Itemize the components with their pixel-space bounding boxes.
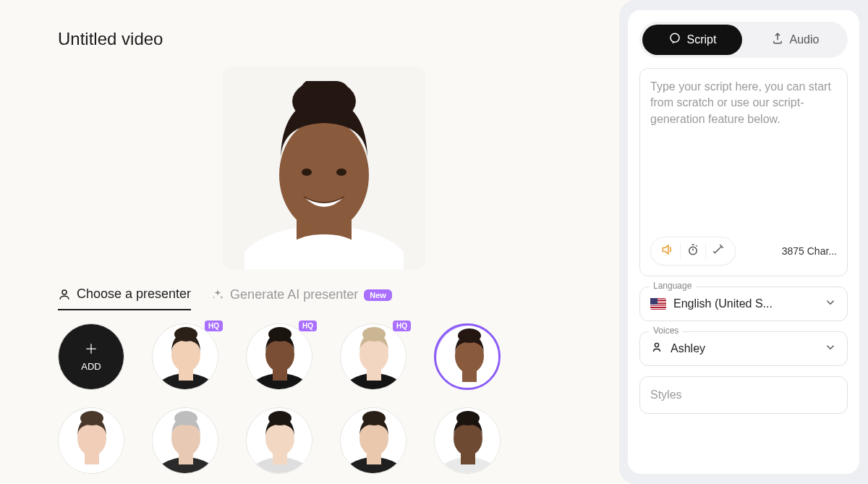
presenter-cell (152, 407, 218, 474)
tab-generate-label: Generate AI presenter (230, 287, 358, 302)
svg-point-8 (336, 169, 346, 176)
pace-button[interactable] (681, 240, 705, 262)
presenter-option[interactable] (434, 407, 501, 474)
hq-badge: HQ (299, 320, 317, 331)
script-box: 3875 Char... (639, 68, 848, 276)
page-title: Untitled video (58, 29, 590, 49)
language-label: Language (649, 281, 696, 291)
presenter-avatar-icon (435, 408, 500, 473)
presenter-avatar-icon (153, 324, 218, 389)
voices-select[interactable]: Voices Ashley (639, 331, 848, 366)
presenter-cell (246, 407, 312, 474)
presenter-preview-avatar (244, 81, 404, 269)
presenter-grid: ADD HQ HQ (58, 323, 590, 474)
presenter-option[interactable] (246, 323, 312, 390)
plus-icon (84, 341, 98, 358)
svg-point-33 (458, 328, 481, 343)
svg-point-27 (362, 327, 386, 341)
svg-point-9 (62, 290, 67, 294)
tab-choose-label: Choose a presenter (77, 286, 191, 302)
presenter-avatar-icon (247, 324, 312, 389)
wand-icon (712, 243, 725, 259)
presenter-cell (434, 407, 501, 474)
chat-icon (668, 32, 681, 48)
script-audio-tabs: Script Audio (639, 22, 848, 58)
sparkles-icon (211, 289, 224, 302)
voice-person-icon (650, 341, 663, 357)
presenter-add-cell: ADD (58, 323, 124, 390)
styles-select[interactable]: Styles (639, 376, 848, 414)
tab-choose-presenter[interactable]: Choose a presenter (58, 286, 191, 310)
svg-point-21 (268, 327, 292, 341)
svg-point-6 (323, 81, 349, 101)
presenter-option[interactable] (340, 323, 407, 390)
add-label: ADD (81, 361, 101, 372)
language-value: English (United S... (673, 297, 817, 310)
tab-audio[interactable]: Audio (745, 25, 845, 55)
tab-script[interactable]: Script (642, 25, 742, 55)
hq-badge: HQ (205, 320, 223, 331)
styles-placeholder: Styles (650, 389, 682, 401)
presenter-cell (340, 407, 407, 474)
svg-point-66 (655, 343, 658, 347)
preview-area (58, 67, 590, 269)
presenter-option[interactable] (152, 407, 218, 474)
presenter-avatar-icon (436, 326, 498, 388)
right-panel-wrap: Script Audio (619, 0, 868, 484)
upload-icon (771, 32, 784, 48)
script-toolbar: 3875 Char... (650, 237, 837, 266)
presenter-avatar-icon (341, 324, 406, 389)
voices-value: Ashley (671, 342, 817, 355)
svg-point-57 (362, 411, 386, 425)
listen-button[interactable] (655, 240, 680, 262)
svg-point-51 (268, 411, 292, 425)
char-count: 3875 Char... (782, 245, 837, 257)
us-flag-icon (650, 298, 666, 310)
script-tool-group (650, 237, 736, 266)
tab-audio-label: Audio (790, 33, 820, 46)
tab-script-label: Script (687, 33, 717, 46)
voices-label: Voices (649, 326, 683, 336)
hq-badge: HQ (393, 320, 411, 331)
presenter-cell: HQ (152, 323, 218, 390)
svg-point-15 (174, 327, 197, 341)
presenter-cell: HQ (246, 323, 312, 390)
presenter-option[interactable] (340, 407, 407, 474)
presenter-cell (58, 407, 124, 474)
new-badge: New (364, 289, 392, 301)
person-icon (58, 288, 71, 301)
presenter-tabs: Choose a presenter Generate AI presenter… (58, 286, 590, 310)
presenter-option[interactable] (434, 323, 501, 390)
svg-point-7 (302, 169, 312, 176)
right-panel: Script Audio (628, 10, 859, 474)
add-presenter-button[interactable]: ADD (58, 323, 124, 390)
speaker-icon (660, 242, 675, 260)
presenter-cell (434, 323, 501, 390)
chevron-down-icon (824, 296, 837, 312)
tab-generate-ai-presenter[interactable]: Generate AI presenter New (211, 287, 392, 310)
presenter-preview[interactable] (223, 67, 425, 269)
presenter-avatar-icon (153, 408, 218, 473)
svg-point-45 (174, 411, 197, 425)
stopwatch-icon (686, 243, 699, 259)
presenter-avatar-icon (247, 408, 312, 473)
presenter-option[interactable] (246, 407, 312, 474)
script-input[interactable] (650, 79, 837, 231)
editor-left-panel: Untitled video (0, 0, 619, 484)
svg-point-63 (456, 411, 480, 425)
magic-button[interactable] (706, 240, 731, 262)
language-select[interactable]: Language English (United S... (639, 286, 848, 321)
presenter-avatar-icon (59, 408, 124, 473)
presenter-option[interactable] (58, 407, 124, 474)
presenter-avatar-icon (341, 408, 406, 473)
svg-point-3 (279, 119, 369, 232)
presenter-cell: HQ (340, 323, 407, 390)
presenter-option[interactable] (152, 323, 218, 390)
chevron-down-icon (824, 341, 837, 357)
svg-point-39 (80, 411, 103, 425)
